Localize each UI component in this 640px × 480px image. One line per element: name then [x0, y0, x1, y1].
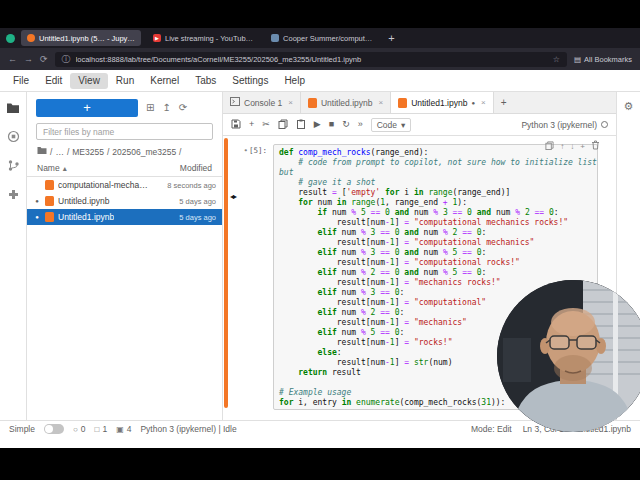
menu-edit[interactable]: Edit — [37, 73, 70, 89]
execution-count: [5]: — [249, 146, 267, 155]
splitter-handle-arrows[interactable]: ◂▸ — [230, 192, 236, 201]
code-line: result[num-1] = "computational rocks!" — [279, 258, 592, 268]
duplicate-cell-icon[interactable] — [545, 141, 554, 152]
file-row[interactable]: ● Untitled.ipynb 5 days ago — [27, 193, 222, 209]
git-icon[interactable] — [7, 159, 20, 172]
kernels-count[interactable]: ▣ 4 — [116, 424, 131, 434]
screen: Untitled1.ipynb (5… - Jupy… × ▶ Live str… — [0, 0, 640, 480]
breadcrumb-parent[interactable]: ME3255 — [72, 147, 104, 157]
tab-untitled1-notebook[interactable]: Untitled1.ipynb ● × — [391, 92, 494, 113]
code-line: result = ['empty' for i in range(range_e… — [279, 188, 592, 198]
menu-view[interactable]: View — [70, 73, 108, 89]
restart-kernel-icon[interactable]: ↻ — [342, 120, 350, 129]
kernel-indicator[interactable]: Python 3 (ipykernel) — [521, 120, 608, 130]
tab-label: Untitled1.ipynb — [411, 98, 467, 108]
cell-type-dropdown[interactable]: Code ▾ — [371, 118, 412, 132]
green-tab-dot-icon[interactable] — [6, 34, 15, 43]
code-line: result[num-1] = "computational mechanics… — [279, 238, 592, 248]
file-name: Untitled1.ipynb — [58, 212, 114, 222]
site-info-icon[interactable]: ⓘ — [62, 55, 71, 64]
menu-settings[interactable]: Settings — [224, 73, 276, 89]
move-cell-up-icon[interactable]: ↑ — [560, 142, 564, 151]
webcam-overlay — [497, 280, 640, 432]
home-folder-icon[interactable] — [37, 146, 47, 157]
close-tab-icon[interactable]: × — [288, 98, 293, 107]
property-inspector-icon[interactable]: ⚙ — [624, 100, 634, 113]
file-list-header[interactable]: Name ▴ Modified — [27, 161, 222, 177]
delete-cell-icon[interactable] — [591, 140, 600, 152]
close-tab-icon[interactable]: × — [378, 98, 383, 107]
upload-icon[interactable]: ↥ — [162, 103, 170, 113]
menu-help[interactable]: Help — [276, 73, 313, 89]
extensions-icon[interactable] — [7, 188, 20, 201]
column-name[interactable]: Name — [37, 163, 60, 173]
forward-icon[interactable]: → — [24, 55, 33, 64]
filter-files-input[interactable] — [36, 123, 213, 140]
notebook-file-icon — [308, 98, 317, 108]
running-kernels-icon[interactable] — [7, 130, 20, 143]
file-row[interactable]: computational-mecha… 8 seconds ago — [27, 177, 222, 193]
insert-cell-above-icon[interactable]: + — [580, 142, 585, 151]
url-bar[interactable]: ⓘ localhost:8888/lab/tree/Documents/aCor… — [55, 52, 567, 67]
file-modified: 5 days ago — [179, 197, 216, 206]
copy-cell-icon[interactable] — [278, 119, 288, 131]
menu-run[interactable]: Run — [108, 73, 142, 89]
save-icon[interactable] — [231, 119, 241, 131]
code-line: for num in range(1, range_end + 1): — [279, 198, 592, 208]
code-line: elif num % 3 == 0 and num % 5 == 0: — [279, 248, 592, 258]
breadcrumb-sep: / — [179, 147, 181, 157]
restart-run-all-icon[interactable]: » — [358, 120, 363, 129]
new-launcher-button[interactable]: + — [36, 99, 138, 117]
paste-cell-icon[interactable] — [296, 119, 306, 131]
notebook-toolbar: + ✂ ▶ ■ ↻ » Code ▾ — [223, 114, 616, 136]
interrupt-kernel-icon[interactable]: ■ — [329, 120, 334, 129]
new-folder-icon[interactable]: ⊞ — [146, 103, 154, 113]
new-workspace-tab-button[interactable]: + — [494, 92, 514, 113]
browser-tab-jupyter[interactable]: Untitled1.ipynb (5… - Jupy… × — [21, 30, 141, 46]
tab-untitled-notebook[interactable]: Untitled.ipynb × — [301, 92, 391, 113]
column-modified[interactable]: Modified — [180, 163, 212, 173]
file-browser-icon[interactable] — [6, 102, 20, 114]
tab-console[interactable]: Console 1 × — [223, 92, 301, 113]
run-cell-icon[interactable]: ▶ — [314, 120, 321, 129]
code-line: elif num % 2 == 0 and num % 5 == 0: — [279, 268, 592, 278]
menu-file[interactable]: File — [5, 73, 37, 89]
console-icon — [230, 97, 240, 108]
refresh-icon[interactable]: ⟳ — [179, 103, 187, 113]
browser-tab-title: Untitled1.ipynb (5… - Jupy… — [39, 34, 135, 43]
consoles-count[interactable]: □ 1 — [95, 424, 108, 434]
bookmark-star-icon[interactable]: ☆ — [553, 55, 560, 64]
new-browser-tab-button[interactable]: + — [384, 33, 398, 44]
doc-favicon-icon — [271, 34, 279, 42]
jupyter-favicon-icon — [27, 34, 35, 42]
jupyterlab-menubar: File Edit View Run Kernel Tabs Settings … — [0, 70, 640, 92]
move-cell-down-icon[interactable]: ↓ — [570, 142, 574, 151]
cut-cell-icon[interactable]: ✂ — [262, 120, 270, 129]
activity-bar — [0, 92, 27, 420]
running-kernel-dot: ● — [33, 198, 41, 204]
breadcrumb-sep: / — [67, 147, 69, 157]
close-tab-icon[interactable]: × — [481, 98, 486, 107]
notebook-file-icon — [45, 212, 54, 222]
all-bookmarks-button[interactable]: ▤ All Bookmarks — [574, 55, 632, 64]
url-text: localhost:8888/lab/tree/Documents/aCorne… — [76, 55, 548, 64]
cell-collapser-dot[interactable]: • — [243, 146, 248, 155]
browser-tab-drive[interactable]: Cooper Summer/comput… — [265, 30, 378, 46]
terminals-count[interactable]: ○ 0 — [73, 424, 86, 434]
insert-cell-icon[interactable]: + — [249, 120, 254, 129]
file-list: computational-mecha… 8 seconds ago ● Unt… — [27, 177, 222, 420]
file-row-selected[interactable]: ● Untitled1.ipynb 5 days ago — [27, 209, 222, 225]
browser-tab-youtube[interactable]: ▶ Live streaming - YouTub… — [147, 30, 259, 46]
kernel-status-icon — [601, 121, 608, 128]
breadcrumb-sep: / — [50, 147, 52, 157]
back-icon[interactable]: ← — [8, 55, 17, 64]
menu-tabs[interactable]: Tabs — [187, 73, 224, 89]
menu-kernel[interactable]: Kernel — [142, 73, 187, 89]
console-count-icon: □ — [95, 425, 100, 434]
workspace-tab-bar: Console 1 × Untitled.ipynb × Untitled1.i… — [223, 92, 616, 114]
reload-icon[interactable]: ⟳ — [40, 55, 48, 64]
simple-mode-toggle[interactable] — [44, 424, 64, 434]
breadcrumb-ellipsis[interactable]: … — [55, 147, 64, 157]
kernel-status-label[interactable]: Python 3 (ipykernel) | Idle — [140, 424, 236, 434]
breadcrumb-current[interactable]: 202506_me3255 — [112, 147, 176, 157]
